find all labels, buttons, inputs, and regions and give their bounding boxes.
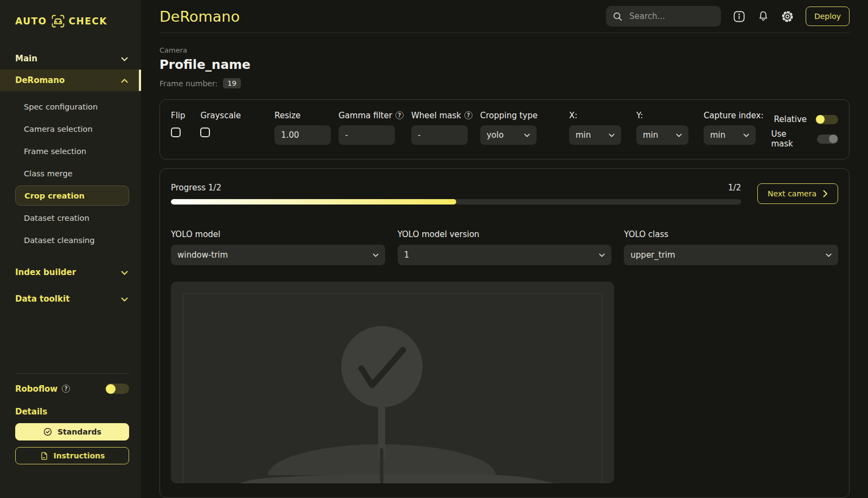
flip-checkbox[interactable] <box>171 127 181 137</box>
resize-input[interactable] <box>275 125 331 145</box>
frame-number-label: Frame number: <box>159 79 218 88</box>
relative-toggle[interactable] <box>815 115 838 124</box>
brand-text-right: CHECK <box>69 16 107 27</box>
sidebar-item-frame-selection[interactable]: Frame selection <box>0 140 141 162</box>
crop-preview-card <box>171 282 614 483</box>
bell-icon[interactable] <box>757 10 769 22</box>
profile-name: Profile_name <box>159 58 850 72</box>
select-value: window-trim <box>177 250 228 260</box>
toggle-knob <box>816 115 825 124</box>
sidebar-item-camera-selection[interactable]: Camera selection <box>0 118 141 140</box>
yolo-class-select[interactable]: upper_trim <box>624 245 838 265</box>
progress-bar <box>171 199 741 205</box>
sidebar-item-dataset-creation[interactable]: Dataset creation <box>0 207 141 229</box>
camera-settings-panel: Flip Grayscale Resize Gamma filter? Whee… <box>159 99 850 159</box>
cropping-type-select[interactable]: yolo <box>480 125 537 145</box>
deploy-button[interactable]: Deploy <box>806 7 850 26</box>
grayscale-field: Grayscale <box>200 110 241 137</box>
sidebar-section-data-toolkit[interactable]: Data toolkit <box>0 288 141 310</box>
sidebar-section-label: DeRomano <box>15 75 65 85</box>
capture-index-select[interactable]: min <box>704 125 756 145</box>
search-input[interactable] <box>628 11 714 22</box>
y-select[interactable]: min <box>636 125 688 145</box>
yolo-model-version-select[interactable]: 1 <box>398 245 612 265</box>
instructions-button[interactable]: Instructions <box>15 447 129 464</box>
progress-fraction: 1/2 <box>728 183 741 193</box>
yolo-controls: YOLO model window-trim YOLO model versio… <box>171 229 838 265</box>
yolo-model-version-field: YOLO model version 1 <box>398 229 612 265</box>
help-icon[interactable]: ? <box>395 111 404 119</box>
settings-toggles: Relative Use mask <box>771 110 838 149</box>
chevron-down-icon <box>524 133 530 137</box>
select-value: min <box>710 130 725 140</box>
y-field: Y: min <box>636 110 688 145</box>
wheel-mask-label: Wheel mask <box>411 111 461 120</box>
sidebar-item-class-merge[interactable]: Class merge <box>0 162 141 184</box>
resize-label: Resize <box>275 110 331 120</box>
next-camera-label: Next camera <box>768 189 816 198</box>
sidebar-subnav: Spec configuration Camera selection Fram… <box>0 91 141 257</box>
cropping-type-field: Cropping type yolo <box>480 110 538 145</box>
brand-text-left: AUTO <box>15 16 47 27</box>
file-icon <box>40 451 49 461</box>
details-label: Details <box>0 394 141 423</box>
main-content: DeRomano <box>141 0 868 498</box>
sidebar-section-main[interactable]: Main <box>0 48 141 69</box>
grayscale-checkbox[interactable] <box>200 127 210 137</box>
progress-label: Progress 1/2 <box>171 183 221 193</box>
frame-number-badge: 19 <box>223 78 241 88</box>
badge-check-icon <box>43 427 53 437</box>
next-camera-button[interactable]: Next camera <box>757 183 838 204</box>
sidebar-nav: Main DeRomano Spec configuration Camera … <box>0 40 141 310</box>
instructions-label: Instructions <box>54 451 105 460</box>
sidebar-item-dataset-cleansing[interactable]: Dataset cleansing <box>0 229 141 251</box>
car-logo-icon <box>51 14 65 28</box>
relative-label: Relative <box>774 114 807 124</box>
gamma-filter-label: Gamma filter <box>339 111 392 120</box>
help-icon[interactable]: ? <box>62 385 70 393</box>
grayscale-label: Grayscale <box>200 110 241 120</box>
chevron-down-icon <box>373 253 379 257</box>
help-icon[interactable]: ? <box>464 111 473 119</box>
chevron-down-icon <box>676 133 682 137</box>
page-head: Camera Profile_name Frame number: 19 <box>159 46 850 88</box>
gear-icon[interactable] <box>781 10 794 23</box>
gamma-filter-input[interactable] <box>339 125 395 145</box>
yolo-model-select[interactable]: window-trim <box>171 245 385 265</box>
check-circle-illustration <box>171 282 614 483</box>
chevron-down-icon <box>609 133 615 137</box>
roboflow-label: Roboflow <box>15 384 58 394</box>
x-field: X: min <box>569 110 621 145</box>
roboflow-row: Roboflow ? <box>0 374 141 394</box>
wheel-mask-input[interactable] <box>411 125 468 145</box>
info-icon[interactable] <box>733 10 745 23</box>
crop-creation-panel: Progress 1/2 1/2 Next camera YOLO model … <box>159 168 850 498</box>
select-value: min <box>643 130 658 140</box>
sidebar-section-deromano[interactable]: DeRomano <box>0 69 141 91</box>
standards-button[interactable]: Standards <box>15 423 129 440</box>
yolo-class-field: YOLO class upper_trim <box>624 229 838 265</box>
sidebar-section-index-builder[interactable]: Index builder <box>0 261 141 283</box>
use-mask-row: Use mask <box>771 129 838 149</box>
roboflow-toggle[interactable] <box>105 384 129 394</box>
chevron-up-icon <box>121 75 128 85</box>
toggle-knob <box>829 135 838 143</box>
sidebar-item-spec-configuration[interactable]: Spec configuration <box>0 95 141 118</box>
flip-label: Flip <box>171 110 185 120</box>
use-mask-toggle[interactable] <box>817 135 838 144</box>
x-select[interactable]: min <box>569 125 621 145</box>
relative-row: Relative <box>771 114 838 124</box>
x-label: X: <box>569 110 621 120</box>
sidebar-item-crop-creation[interactable]: Crop creation <box>15 186 129 206</box>
standards-label: Standards <box>58 427 101 436</box>
wheel-mask-field: Wheel mask? <box>411 110 473 145</box>
search-icon <box>612 11 623 22</box>
header: DeRomano <box>159 0 850 33</box>
select-value: yolo <box>487 130 503 140</box>
sidebar-section-label: Main <box>15 54 37 63</box>
cropping-type-label: Cropping type <box>480 110 538 120</box>
search-box[interactable] <box>606 6 721 27</box>
capture-index-field: Capture index: min <box>704 110 764 145</box>
yolo-model-version-label: YOLO model version <box>398 229 612 239</box>
select-value: upper_trim <box>630 250 675 260</box>
